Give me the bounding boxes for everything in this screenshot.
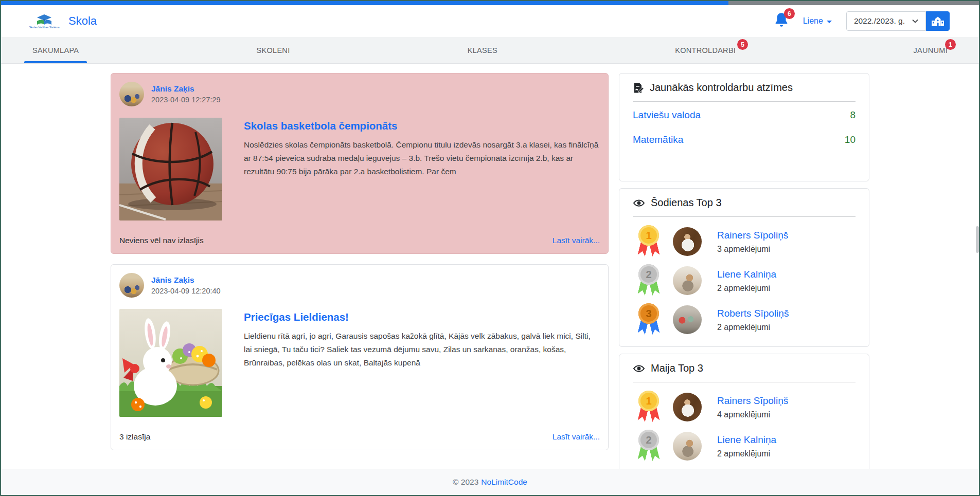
- medal-rank: 2: [638, 430, 659, 450]
- tab-label: SKOLĒNI: [257, 46, 290, 54]
- post-footer: Neviens vēl nav izlasījis Lasīt vairāk..…: [119, 236, 600, 245]
- author-avatar: [119, 82, 144, 106]
- student-info: Liene Kalniņa 2 apmeklējumi: [717, 434, 776, 458]
- tab-klases[interactable]: KLASES: [466, 37, 500, 63]
- tab-jaunumi[interactable]: JAUNUMI 1: [911, 37, 950, 63]
- post-title-link[interactable]: Skolas basketbola čempionāts: [244, 120, 398, 132]
- student-avatar: [673, 227, 702, 256]
- brand-link[interactable]: Skolas Vadības Sistēma Skola: [28, 14, 97, 29]
- eye-icon: [633, 363, 645, 374]
- header: Skolas Vadības Sistēma Skola 6 Liene 202…: [1, 5, 979, 37]
- medal-rank: 2: [638, 264, 659, 285]
- header-actions: 6 Liene 2022./2023. g.: [774, 11, 950, 31]
- top3-row: 1 Rainers Sīpoliņš 3 apmeklējumi: [633, 225, 856, 258]
- tab-label: KLASES: [468, 46, 497, 54]
- read-status: Neviens vēl nav izlasījis: [119, 236, 204, 245]
- student-name-link[interactable]: Liene Kalniņa: [717, 269, 776, 280]
- eye-icon: [633, 198, 645, 208]
- visits-count: 4 apmeklējumi: [717, 410, 788, 419]
- grade-value: 8: [850, 109, 856, 121]
- app-title: Skola: [68, 14, 97, 28]
- card-title: Maija Top 3: [651, 362, 703, 374]
- news-post-unread: Jānis Zaķis 2023-04-09 12:27:29: [111, 73, 609, 254]
- sidebar: Jaunākās kontroldarbu atzīmes Latviešu v…: [619, 73, 869, 469]
- user-menu-label: Liene: [803, 16, 823, 26]
- app-window: Skolas Vadības Sistēma Skola 6 Liene 202…: [0, 0, 980, 496]
- tab-skoleni[interactable]: SKOLĒNI: [255, 37, 292, 63]
- tab-kontroldarbi-badge: 5: [737, 39, 748, 50]
- post-date: 2023-04-09 12:20:40: [151, 287, 221, 295]
- subject-link[interactable]: Matemātika: [633, 134, 683, 145]
- medal-rank: 1: [638, 391, 659, 411]
- page-footer: © 2023 NoLimitCode: [1, 469, 979, 495]
- loading-bar-fill: [1, 1, 728, 5]
- visits-count: 3 apmeklējumi: [717, 245, 788, 254]
- nolimitcode-link[interactable]: NoLimitCode: [481, 477, 527, 487]
- post-date: 2023-04-09 12:27:29: [151, 96, 221, 104]
- post-author-link[interactable]: Jānis Zaķis: [151, 275, 221, 285]
- month-top3-card: Maija Top 3 1 Rainers Sīpoliņš 4 apmeklē…: [619, 354, 869, 469]
- school-logo: Skolas Vadības Sistēma: [28, 14, 60, 29]
- silver-medal-icon: 2: [637, 430, 661, 463]
- chevron-down-icon: [827, 21, 832, 23]
- student-name-link[interactable]: Liene Kalniņa: [717, 434, 776, 446]
- logo-caption: Skolas Vadības Sistēma: [29, 26, 59, 29]
- card-title-row: Maija Top 3: [633, 362, 856, 374]
- gold-medal-icon: 1: [637, 225, 661, 258]
- post-meta: Jānis Zaķis 2023-04-09 12:27:29: [151, 84, 221, 104]
- top3-row: 1 Rainers Sīpoliņš 4 apmeklējumi: [633, 391, 856, 424]
- student-name-link[interactable]: Rainers Sīpoliņš: [717, 395, 788, 407]
- student-avatar: [673, 305, 702, 334]
- post-body: Priecīgas Lieldienas! Lieldienu rītā agr…: [119, 309, 600, 417]
- notifications-badge: 6: [784, 8, 795, 19]
- student-info: Roberts Sīpoliņš 2 apmeklējumi: [717, 308, 789, 332]
- loading-bar-track: [728, 1, 979, 5]
- tab-sakumlapa[interactable]: SĀKUMLAPA: [30, 37, 81, 63]
- student-name-link[interactable]: Roberts Sīpoliņš: [717, 308, 789, 319]
- tab-label: SĀKUMLAPA: [32, 46, 79, 54]
- top3-list: 1 Rainers Sīpoliņš 3 apmeklējumi 2: [633, 217, 856, 336]
- top3-row: 2 Liene Kalniņa 2 apmeklējumi: [633, 264, 856, 297]
- school-year-group: 2022./2023. g.: [846, 11, 950, 31]
- school-year-value: 2022./2023. g.: [854, 16, 905, 26]
- student-avatar: [673, 432, 702, 461]
- grade-value: 10: [845, 134, 856, 145]
- student-avatar: [673, 393, 702, 421]
- post-author-link[interactable]: Jānis Zaķis: [151, 84, 221, 94]
- read-more-link[interactable]: Lasīt vairāk...: [553, 236, 600, 245]
- tab-jaunumi-badge: 1: [945, 39, 956, 50]
- notifications-button[interactable]: 6: [774, 12, 789, 30]
- card-title: Jaunākās kontroldarbu atzīmes: [650, 82, 793, 94]
- post-title-link[interactable]: Priecīgas Lieldienas!: [244, 311, 349, 323]
- read-more-link[interactable]: Lasīt vairāk...: [553, 432, 600, 442]
- post-content: Priecīgas Lieldienas! Lieldienu rītā agr…: [244, 309, 600, 417]
- news-feed: Jānis Zaķis 2023-04-09 12:27:29: [111, 73, 609, 469]
- student-info: Rainers Sīpoliņš 3 apmeklējumi: [717, 230, 788, 254]
- student-info: Rainers Sīpoliņš 4 apmeklējumi: [717, 395, 788, 419]
- tab-label: KONTROLDARBI: [675, 46, 736, 54]
- page-loading-bar: [1, 1, 979, 5]
- school-year-select[interactable]: 2022./2023. g.: [846, 11, 926, 31]
- medal-rank: 1: [638, 225, 659, 246]
- scrollbar-thumb[interactable]: [976, 226, 979, 253]
- school-button[interactable]: [926, 11, 950, 31]
- news-post-read: Jānis Zaķis 2023-04-09 12:20:40: [111, 264, 609, 450]
- grade-row: Latviešu valoda 8: [633, 103, 856, 127]
- chevron-down-icon: [912, 19, 918, 23]
- student-name-link[interactable]: Rainers Sīpoliņš: [717, 230, 788, 241]
- user-menu[interactable]: Liene: [803, 16, 832, 26]
- main-content: Jānis Zaķis 2023-04-09 12:27:29: [1, 64, 979, 469]
- student-avatar: [673, 266, 702, 295]
- medal-rank: 3: [638, 303, 659, 324]
- file-pen-icon: [633, 82, 644, 94]
- tab-kontroldarbi[interactable]: KONTROLDARBI 5: [673, 37, 738, 63]
- post-header: Jānis Zaķis 2023-04-09 12:20:40: [119, 273, 600, 298]
- author-avatar: [119, 273, 144, 298]
- top3-list: 1 Rainers Sīpoliņš 4 apmeklējumi 2: [633, 382, 856, 463]
- post-meta: Jānis Zaķis 2023-04-09 12:20:40: [151, 275, 221, 295]
- copyright-text: © 2023: [453, 477, 478, 487]
- post-content: Skolas basketbola čempionāts Noslēdzies …: [244, 118, 600, 221]
- top3-row: 2 Liene Kalniņa 2 apmeklējumi: [633, 430, 856, 463]
- grade-row: Matemātika 10: [633, 127, 856, 152]
- subject-link[interactable]: Latviešu valoda: [633, 109, 701, 121]
